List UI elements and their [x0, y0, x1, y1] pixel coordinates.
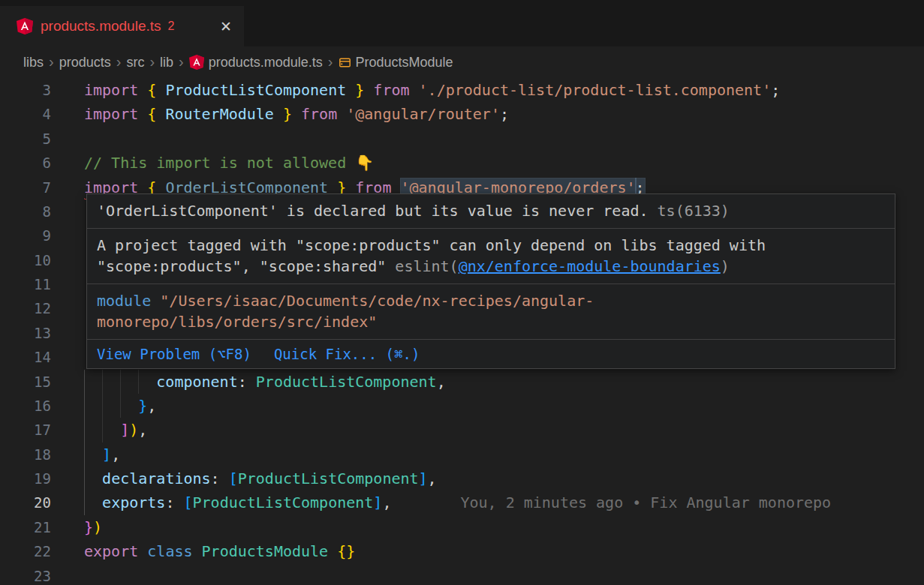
line-number[interactable]: 18 — [0, 442, 51, 466]
hover-code-block: module "/Users/isaac/Documents/code/nx-r… — [87, 284, 895, 339]
indent-guide — [84, 394, 85, 418]
code-token: { — [147, 81, 156, 99]
indent-guide — [102, 394, 103, 418]
code-line-4[interactable]: 4import { RouterModule } from '@angular/… — [0, 102, 924, 126]
line-number[interactable]: 21 — [0, 515, 51, 539]
code-line-5[interactable]: 5 — [0, 127, 924, 151]
line-number[interactable]: 23 — [0, 564, 51, 585]
code-token: , — [111, 446, 120, 464]
code-token: [ — [229, 470, 238, 488]
code-line-20[interactable]: 20 exports: [ProductListComponent],You, … — [0, 490, 924, 514]
line-number[interactable]: 4 — [0, 102, 51, 126]
code-token — [193, 542, 202, 560]
code-line-6[interactable]: 6// This import is not allowed 👇 — [0, 151, 924, 175]
breadcrumb-item-libs[interactable]: libs — [20, 55, 47, 70]
breadcrumb-item-src[interactable]: src — [122, 55, 148, 70]
code-line-19[interactable]: 19 declarations: [ProductListComponent], — [0, 466, 924, 490]
code-token — [220, 470, 229, 488]
code-line-22[interactable]: 22export class ProductsModule {} — [0, 539, 924, 563]
code-token — [138, 542, 147, 560]
indent-guide — [102, 370, 103, 394]
tab-products-module[interactable]: products.module.ts 2 ✕ — [0, 6, 244, 46]
indent-guide — [84, 418, 85, 442]
chevron-right-icon: › — [47, 53, 56, 70]
hover-text: "/Users/isaac/Documents/code/nx-recipes/… — [97, 292, 594, 332]
code-token: from — [373, 81, 409, 99]
line-content: component: ProductListComponent, — [84, 370, 924, 394]
rule-link[interactable]: @nx/enforce-module-boundaries — [459, 257, 721, 275]
code-token — [156, 105, 165, 123]
code-token — [84, 446, 102, 464]
code-token: component — [156, 373, 237, 391]
code-line-15[interactable]: 15 component: ProductListComponent, — [0, 370, 924, 394]
code-token — [346, 81, 355, 99]
code-token: ProductListComponent — [193, 494, 374, 512]
line-content: exports: [ProductListComponent],You, 2 m… — [84, 490, 924, 514]
line-number[interactable]: 20 — [0, 490, 51, 514]
indent-guide — [102, 418, 103, 442]
code-line-16[interactable]: 16 }, — [0, 394, 924, 418]
breadcrumb-label: ProductsModule — [356, 55, 453, 70]
code-token: // This import is not allowed 👇 — [84, 154, 374, 172]
hover-diagnostic: A project tagged with "scope:products" c… — [87, 228, 895, 284]
code-line-23[interactable]: 23 — [0, 564, 924, 585]
code-token: } — [84, 518, 93, 536]
line-number[interactable]: 9 — [0, 224, 51, 248]
code-token: ] — [373, 494, 382, 512]
code-token: ProductsModule — [202, 542, 329, 560]
code-token — [328, 542, 337, 560]
hover-diagnostic: 'OrderListComponent' is declared but its… — [87, 194, 895, 228]
code-line-3[interactable]: 3import { ProductListComponent } from '.… — [0, 78, 924, 102]
line-content: declarations: [ProductListComponent], — [84, 466, 924, 490]
code-token — [138, 81, 147, 99]
breadcrumb-item-products.module.ts[interactable]: products.module.ts — [185, 55, 327, 70]
indent-guide — [120, 394, 121, 418]
breadcrumb-label: lib — [160, 55, 173, 70]
line-number[interactable]: 7 — [0, 176, 51, 200]
indent-guide — [84, 490, 85, 514]
code-token: , — [147, 397, 156, 415]
git-blame-annotation: You, 2 minutes ago • Fix Angular monorep… — [460, 494, 831, 512]
line-number[interactable]: 12 — [0, 296, 51, 320]
line-content: import { RouterModule } from '@angular/r… — [84, 102, 924, 126]
code-token: { — [147, 105, 156, 123]
line-number[interactable]: 3 — [0, 78, 51, 102]
quick-fix-action[interactable]: Quick Fix... (⌘.) — [274, 345, 420, 363]
line-number[interactable]: 22 — [0, 539, 51, 563]
line-number[interactable]: 15 — [0, 370, 51, 394]
indent-guide — [84, 466, 85, 490]
hover-text: eslint( — [395, 257, 458, 275]
breadcrumb-item-products[interactable]: products — [56, 55, 115, 70]
code-token: RouterModule — [165, 105, 274, 123]
line-number[interactable]: 10 — [0, 248, 51, 272]
line-number[interactable]: 6 — [0, 151, 51, 175]
indent-guide — [138, 370, 139, 394]
close-icon[interactable]: ✕ — [217, 16, 235, 37]
chevron-right-icon: › — [327, 53, 335, 70]
view-problem-action[interactable]: View Problem (⌥F8) — [97, 345, 251, 363]
code-token: exports — [102, 494, 165, 512]
breadcrumb-item-lib[interactable]: lib — [156, 55, 177, 70]
line-number[interactable]: 17 — [0, 418, 51, 442]
tab-bar: products.module.ts 2 ✕ — [0, 0, 924, 46]
line-number[interactable]: 5 — [0, 127, 51, 151]
line-number[interactable]: 13 — [0, 321, 51, 345]
line-number[interactable]: 16 — [0, 394, 51, 418]
code-token: {} — [337, 542, 355, 560]
tab-label: products.module.ts — [41, 18, 161, 34]
line-number[interactable]: 19 — [0, 466, 51, 490]
line-number[interactable]: 11 — [0, 272, 51, 296]
line-number[interactable]: 14 — [0, 345, 51, 369]
code-token — [84, 397, 138, 415]
code-token: : — [165, 494, 174, 512]
code-token: ] — [419, 470, 428, 488]
breadcrumb-item-ProductsModule[interactable]: ProductsModule — [335, 55, 457, 70]
breadcrumb: libs›products›src›lib› products.module.t… — [0, 46, 924, 78]
code-line-18[interactable]: 18 ], — [0, 442, 924, 466]
code-token: import — [84, 105, 138, 123]
code-line-17[interactable]: 17 ]), — [0, 418, 924, 442]
code-token — [84, 494, 102, 512]
line-number[interactable]: 8 — [0, 200, 51, 224]
code-token — [364, 81, 373, 99]
code-line-21[interactable]: 21}) — [0, 515, 924, 539]
